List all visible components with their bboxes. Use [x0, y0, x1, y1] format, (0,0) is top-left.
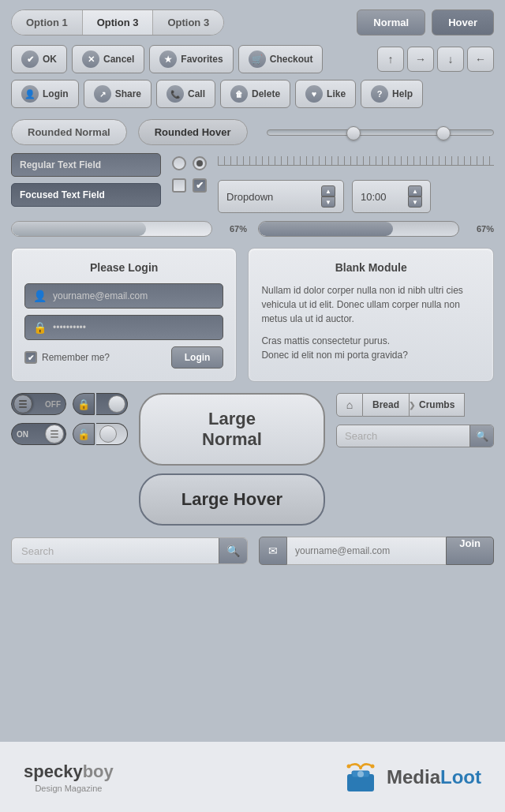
login-button[interactable]: 👤 Login [11, 80, 79, 108]
remember-label: Remember me? [42, 352, 110, 363]
time-arrow-down[interactable]: ▼ [408, 196, 422, 208]
tab-option2[interactable]: Option 3 [83, 10, 154, 35]
slider1-thumb[interactable] [346, 126, 361, 140]
svg-point-4 [371, 764, 375, 768]
knob-line [19, 400, 27, 402]
radio-on[interactable] [193, 156, 207, 170]
lock-track-on[interactable] [96, 423, 128, 445]
medialoot-logo: MediaLoot [341, 760, 481, 795]
toggle-knob-right [45, 425, 64, 443]
email-field[interactable]: 👤 yourname@email.com [24, 283, 223, 309]
toggle-off[interactable]: OFF [11, 393, 66, 415]
cancel-button[interactable]: ✕ Cancel [72, 45, 144, 73]
password-field[interactable]: 🔒 •••••••••• [24, 315, 223, 340]
text-fields: Regular Text Field Focused Text Field [11, 153, 161, 207]
share-button[interactable]: ↗ Share [84, 80, 152, 108]
breadcrumb-item-bread[interactable]: Bread [363, 393, 410, 417]
slider2[interactable] [218, 156, 494, 166]
regular-text-field[interactable]: Regular Text Field [11, 153, 161, 177]
remember-me[interactable]: ✔ Remember me? [24, 351, 110, 364]
help-button[interactable]: ? Help [361, 80, 423, 108]
toggle-on-label: ON [17, 430, 28, 439]
normal-button[interactable]: Normal [357, 9, 425, 36]
favorites-button[interactable]: ★ Favorites [149, 45, 233, 73]
tab-option1[interactable]: Option 1 [12, 10, 83, 35]
cancel-icon: ✕ [82, 51, 99, 68]
checkout-button[interactable]: 🛒 Checkout [238, 45, 324, 73]
search-large-button[interactable]: 🔍 [219, 538, 247, 563]
lock-toggle-off: 🔒 [73, 393, 128, 415]
star-icon: ★ [159, 51, 177, 68]
toggles-col: OFF 🔒 ON [11, 393, 128, 445]
ruler-marks [218, 156, 494, 166]
hover-button[interactable]: Hover [432, 9, 494, 36]
remember-checkbox[interactable]: ✔ [24, 351, 37, 364]
time-picker[interactable]: 10:00 ▲ ▼ [352, 180, 431, 213]
knob-line [50, 430, 58, 432]
dropdown-arrow-up[interactable]: ▲ [321, 185, 335, 196]
arrow-left-button[interactable]: ← [467, 47, 494, 72]
right-widgets-col: ⌂ Bread Crumbs Search 🔍 [336, 393, 494, 447]
tab-option3[interactable]: Option 3 [153, 10, 223, 35]
blank-module: Blank Module Nullam id dolor corper null… [248, 248, 494, 382]
join-button[interactable]: Join [446, 537, 494, 565]
delete-button[interactable]: 🗑 Delete [220, 80, 290, 108]
svg-point-3 [347, 764, 351, 768]
toggle-on[interactable]: ON [11, 423, 66, 445]
slider1[interactable] [267, 126, 494, 139]
checkbox-on[interactable]: ✔ [193, 178, 207, 193]
speckyboy-logo: speckyboy Design Magazine [24, 761, 114, 793]
search-small[interactable]: Search 🔍 [336, 425, 494, 447]
breadcrumb-home[interactable]: ⌂ [336, 393, 363, 417]
arrow-up-button[interactable]: ↑ [377, 47, 404, 72]
radio-check-group: ✔ [172, 153, 207, 193]
call-button[interactable]: 📞 Call [156, 80, 215, 108]
email-signup-input[interactable] [287, 537, 446, 565]
breadcrumb: ⌂ Bread Crumbs [336, 393, 494, 417]
bottom-row: Search 🔍 ✉ Join [11, 537, 494, 565]
breadcrumb-item-crumbs[interactable]: Crumbs [410, 393, 465, 417]
radio-off[interactable] [172, 156, 186, 170]
time-arrow-up[interactable]: ▲ [408, 185, 422, 196]
dropdown[interactable]: Dropdown ▲ ▼ [218, 180, 344, 213]
footer: speckyboy Design Magazine MediaLoot [0, 742, 505, 812]
toggle-off-label: OFF [45, 400, 61, 409]
checkbox-row: ✔ [172, 178, 207, 193]
lock-track-off[interactable] [96, 393, 128, 415]
lock-icon-on: 🔓 [73, 423, 95, 445]
rounded-normal-button[interactable]: Rounded Normal [11, 119, 127, 145]
design-magazine-label: Design Magazine [24, 784, 114, 793]
toggle-on-group: ON 🔓 [11, 423, 128, 445]
progress-label1: 67% [223, 224, 247, 234]
search-small-button[interactable]: 🔍 [469, 425, 493, 447]
large-hover-button[interactable]: Large Hover [139, 473, 325, 526]
svg-point-2 [357, 771, 364, 777]
login-submit-button[interactable]: Login [171, 346, 224, 369]
rounded-hover-button[interactable]: Rounded Hover [138, 119, 248, 145]
focused-text-field[interactable]: Focused Text Field [11, 183, 161, 207]
knob-lines-right [50, 430, 58, 438]
search-small-placeholder: Search [337, 425, 469, 447]
ok-button[interactable]: ✔ OK [11, 45, 67, 73]
dropdown-arrow-down[interactable]: ▼ [321, 196, 335, 208]
checkbox-off[interactable] [172, 178, 186, 193]
ok-icon: ✔ [21, 51, 39, 68]
large-buttons-col: Large Normal Large Hover [139, 393, 325, 526]
search-large[interactable]: Search 🔍 [11, 537, 248, 564]
lock-toggle-on: 🔓 [73, 423, 128, 445]
slider1-thumb2[interactable] [436, 126, 451, 140]
login-module: Please Login 👤 yourname@email.com 🔒 ••••… [11, 248, 237, 382]
slider1-track [267, 129, 494, 136]
large-normal-button[interactable]: Large Normal [139, 393, 325, 466]
progress-bars: 67% 67% [11, 221, 494, 237]
tab-group[interactable]: Option 1 Option 3 Option 3 [11, 9, 224, 36]
knob-line [50, 433, 58, 435]
like-button[interactable]: ♥ Like [295, 80, 356, 108]
help-icon: ? [371, 85, 388, 103]
blank-module-text2: Cras mattis consectetur purus. Donec id … [261, 334, 481, 362]
arrow-right-button[interactable]: → [407, 47, 434, 72]
progress-bar2-fill [259, 222, 393, 236]
speckyboy-name: speckyboy [24, 761, 114, 782]
arrow-down-button[interactable]: ↓ [437, 47, 464, 72]
lock-icon: 🔒 [33, 321, 47, 334]
